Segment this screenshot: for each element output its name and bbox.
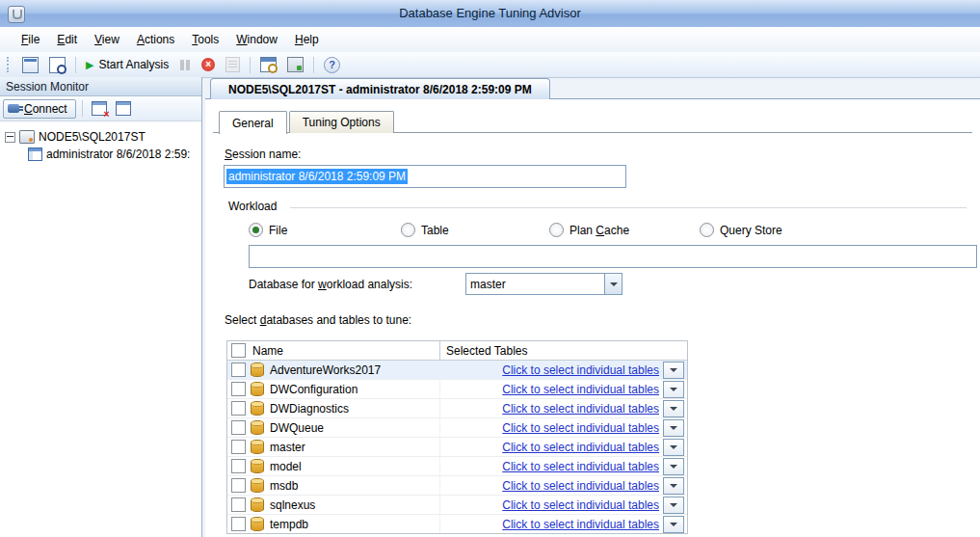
tab-tuning-options-label: Tuning Options [303,116,381,129]
database-icon [251,382,264,396]
tables-dropdown-button[interactable] [663,381,684,398]
db-name: DWDiagnostics [270,402,349,416]
stop-analysis-button[interactable]: × [198,55,219,74]
dropdown-button[interactable] [604,274,622,294]
tables-dropdown-button[interactable] [663,439,684,456]
db-checkbox[interactable] [231,440,246,454]
db-analysis-label: Database for workload analysis: [249,278,412,291]
radio-icon[interactable] [549,223,564,237]
new-session-button[interactable] [18,54,42,76]
disconnect-button[interactable] [89,98,110,119]
select-all-checkbox[interactable] [231,343,246,358]
separator [250,57,251,73]
radio-label: Table [421,224,449,237]
tab-tuning-options[interactable]: Tuning Options [289,111,394,133]
menu-item-tools[interactable]: Tools [183,28,227,51]
tables-dropdown-button[interactable] [663,477,684,495]
db-checkbox[interactable] [231,362,246,377]
workload-radio-plan-cache[interactable]: Plan Cache [549,223,629,237]
select-tables-link[interactable]: Click to select individual tables [502,383,659,396]
tables-dropdown-button[interactable] [663,400,684,417]
tables-dropdown-button[interactable] [663,362,684,379]
selected-tables-cell: Click to select individual tables [439,399,687,417]
selected-tables-cell: Click to select individual tables [439,361,687,379]
menu-item-file[interactable]: File [13,28,48,51]
checkbox-cell [227,401,249,416]
tables-dropdown-button[interactable] [663,419,684,437]
open-session-button[interactable] [45,54,69,76]
db-name: sqlnexus [270,498,315,512]
database-icon [251,420,264,435]
connect-button[interactable]: Connect [3,99,76,119]
tab-general[interactable]: General [219,111,287,134]
select-tables-link[interactable]: Click to select individual tables [502,402,659,416]
select-tables-link[interactable]: Click to select individual tables [502,498,659,512]
name-cell: model [249,459,439,473]
collapse-icon[interactable] [5,132,15,143]
menu-item-window[interactable]: Window [227,28,286,51]
workload-radio-file[interactable]: File [249,223,287,237]
tables-dropdown-button[interactable] [663,516,684,533]
session-icon [28,148,42,161]
table-row: tempdbClick to select individual tables [227,515,687,533]
db-checkbox[interactable] [231,497,246,512]
radio-icon[interactable] [700,223,714,237]
select-tables-link[interactable]: Click to select individual tables [502,460,659,473]
session-name-input[interactable]: administrator 8/6/2018 2:59:09 PM [224,165,626,188]
delete-session-button[interactable] [113,98,134,119]
select-tables-link[interactable]: Click to select individual tables [502,479,659,493]
tab-strip: General Tuning Options [219,111,396,134]
db-analysis-dropdown[interactable]: master [465,273,622,295]
chevron-down-icon [610,282,618,286]
db-checkbox[interactable] [231,478,246,493]
database-icon [251,362,264,377]
menu-item-help[interactable]: Help [286,28,328,51]
select-databases-label: Select databases and tables to tune: [225,313,411,327]
document-tab-title: NODE5\SQL2017ST - administrator 8/6/2018… [228,83,532,96]
radio-label: Plan Cache [569,224,629,237]
db-checkbox[interactable] [231,459,246,473]
menu-item-view[interactable]: View [86,28,128,51]
tree-node-session[interactable]: administrator 8/6/2018 2:59: [5,146,199,163]
pause-analysis-button[interactable] [175,56,195,74]
app-window: Database Engine Tuning Advisor FileEditV… [0,0,980,537]
preview-workload-button[interactable] [256,54,280,75]
new-session-icon [22,57,39,73]
workload-file-input[interactable] [249,245,977,268]
selected-tables-cell: Click to select individual tables [439,380,687,398]
workload-radio-table[interactable]: Table [401,223,449,237]
apply-recommendations-button[interactable] [283,54,307,75]
db-checkbox[interactable] [231,517,246,531]
workload-radio-query-store[interactable]: Query Store [700,223,782,237]
select-tables-link[interactable]: Click to select individual tables [502,441,659,454]
help-button[interactable]: ? [320,54,344,76]
database-icon [251,497,264,512]
document-tab[interactable]: NODE5\SQL2017ST - administrator 8/6/2018… [210,78,550,99]
database-icon [251,440,264,454]
tables-dropdown-button[interactable] [663,497,684,514]
name-cell: master [249,440,439,454]
checkbox-cell [227,459,249,473]
clone-session-button[interactable] [222,54,244,75]
start-analysis-button[interactable]: ▶ Start Analysis [82,55,172,74]
db-analysis-value: master [466,274,604,294]
select-tables-link[interactable]: Click to select individual tables [502,518,659,531]
select-tables-link[interactable]: Click to select individual tables [502,421,659,435]
disconnect-icon [92,101,107,116]
radio-icon[interactable] [401,223,415,237]
database-icon [251,517,264,531]
stop-icon: × [201,58,215,71]
select-tables-link[interactable]: Click to select individual tables [502,363,659,377]
db-name: AdventureWorks2017 [270,363,381,377]
radio-icon[interactable] [249,223,263,237]
menu-item-edit[interactable]: Edit [48,28,86,51]
db-checkbox[interactable] [231,382,246,396]
tables-dropdown-button[interactable] [663,458,684,475]
menu-item-actions[interactable]: Actions [128,28,183,51]
tree-node-server[interactable]: NODE5\SQL2017ST [5,128,199,146]
db-checkbox[interactable] [231,420,246,435]
db-checkbox[interactable] [231,401,246,416]
separator [313,57,314,73]
table-row: DWQueueClick to select individual tables [227,418,687,438]
radio-label: Query Store [720,224,782,237]
